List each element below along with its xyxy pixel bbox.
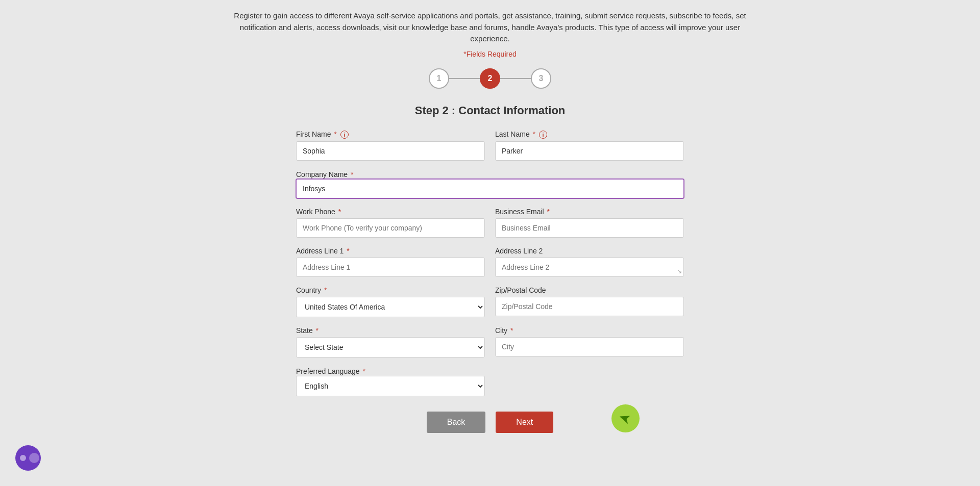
address-row: Address Line 1 * Address Line 2 ↘ — [296, 247, 684, 277]
country-select[interactable]: United States Of America Canada United K… — [296, 297, 485, 317]
state-group: State * Select State Alabama Alaska Ariz… — [296, 326, 485, 357]
language-required: * — [362, 367, 365, 375]
state-city-row: State * Select State Alabama Alaska Ariz… — [296, 326, 684, 357]
step-2[interactable]: 2 — [480, 68, 500, 89]
work-phone-required: * — [338, 208, 341, 216]
last-name-input[interactable] — [495, 141, 684, 161]
business-email-group: Business Email * — [495, 208, 684, 238]
business-email-label: Business Email * — [495, 208, 684, 216]
zip-group: Zip/Postal Code — [495, 286, 684, 317]
chat-icon — [17, 452, 29, 464]
first-name-label: First Name * i — [296, 130, 485, 139]
country-group: Country * United States Of America Canad… — [296, 286, 485, 317]
chat-widget[interactable] — [15, 445, 41, 471]
phone-email-row: Work Phone * Business Email * — [296, 208, 684, 238]
required-note: *Fields Required — [463, 50, 517, 58]
preferred-language-select[interactable]: English Spanish French German Portuguese… — [296, 376, 485, 396]
step-line-1-2 — [449, 78, 480, 79]
step-3[interactable]: 3 — [531, 68, 551, 89]
country-zip-row: Country * United States Of America Canad… — [296, 286, 684, 317]
svg-point-0 — [20, 455, 26, 461]
page-wrapper: Register to gain access to different Ava… — [0, 0, 980, 486]
back-button[interactable]: Back — [427, 412, 486, 433]
city-group: City * — [495, 326, 684, 357]
stepper: 1 2 3 — [429, 68, 551, 89]
first-name-info-icon[interactable]: i — [340, 131, 349, 139]
last-name-required: * — [533, 130, 535, 138]
address-line1-group: Address Line 1 * — [296, 247, 485, 277]
city-input[interactable] — [495, 337, 684, 356]
description-text: Register to gain access to different Ava… — [230, 10, 750, 45]
next-button[interactable]: Next — [496, 412, 553, 433]
language-row: Preferred Language * English Spanish Fre… — [296, 367, 485, 396]
first-name-required: * — [334, 130, 336, 138]
step-line-2-3 — [500, 78, 531, 79]
business-email-input[interactable] — [495, 218, 684, 238]
address-line1-label: Address Line 1 * — [296, 247, 485, 255]
last-name-group: Last Name * i — [495, 130, 684, 161]
country-label: Country * — [296, 286, 485, 294]
zip-label: Zip/Postal Code — [495, 286, 684, 294]
name-row: First Name * i Last Name * i — [296, 130, 684, 161]
address-line2-label: Address Line 2 — [495, 247, 684, 255]
company-name-label: Company Name * — [296, 170, 354, 178]
zip-input[interactable] — [495, 297, 684, 316]
address-line1-input[interactable] — [296, 258, 485, 277]
company-name-row: Company Name * — [296, 170, 684, 198]
work-phone-label: Work Phone * — [296, 208, 485, 216]
resize-icon: ↘ — [677, 268, 682, 275]
description-area: Register to gain access to different Ava… — [209, 0, 771, 50]
button-row: Back Next — [296, 412, 684, 433]
address-line2-group: Address Line 2 ↘ — [495, 247, 684, 277]
step-1[interactable]: 1 — [429, 68, 449, 89]
city-required: * — [510, 326, 513, 335]
first-name-group: First Name * i — [296, 130, 485, 161]
last-name-info-icon[interactable]: i — [539, 131, 547, 139]
state-required: * — [316, 326, 318, 335]
state-select[interactable]: Select State Alabama Alaska Arizona Cali… — [296, 337, 485, 357]
last-name-label: Last Name * i — [495, 130, 684, 139]
work-phone-group: Work Phone * — [296, 208, 485, 238]
company-required: * — [351, 170, 353, 178]
address-line2-input[interactable] — [495, 258, 684, 277]
country-required: * — [324, 286, 327, 294]
state-label: State * — [296, 326, 485, 335]
city-label: City * — [495, 326, 684, 335]
form-container: Step 2 : Contact Information First Name … — [286, 104, 694, 453]
work-phone-input[interactable] — [296, 218, 485, 238]
first-name-input[interactable] — [296, 141, 485, 161]
address-line1-required: * — [347, 247, 349, 255]
preferred-language-label: Preferred Language * — [296, 367, 365, 375]
company-name-input[interactable] — [296, 179, 684, 198]
form-title: Step 2 : Contact Information — [296, 104, 684, 117]
business-email-required: * — [547, 208, 550, 216]
